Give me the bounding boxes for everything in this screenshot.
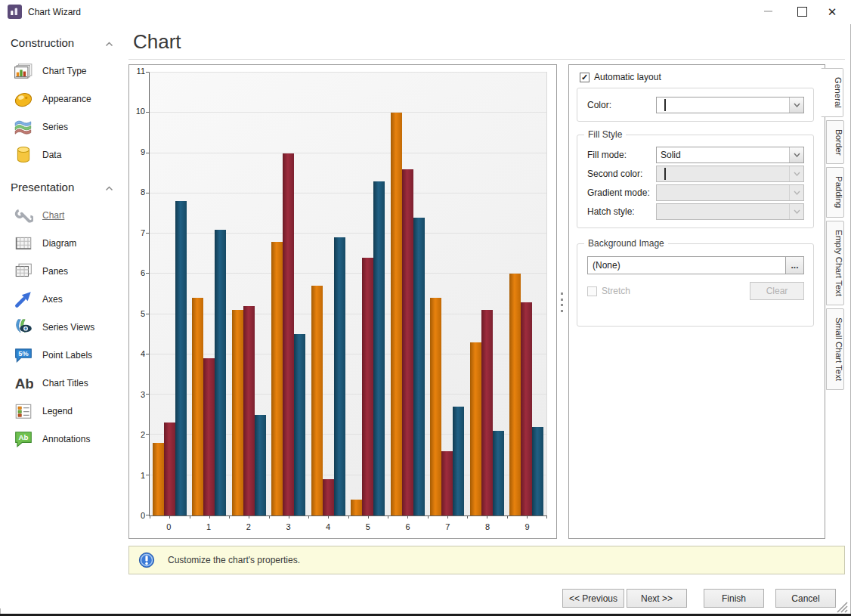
y-axis-tick-label: 5 [129, 310, 145, 318]
bar-group-6 [388, 73, 428, 515]
background-image-path-field[interactable]: (None) [587, 256, 786, 274]
resize-grip[interactable] [835, 600, 848, 613]
bar [164, 423, 175, 515]
sidebar-item-panes[interactable]: Panes [0, 257, 125, 285]
sidebar-item-label: Chart Type [42, 66, 86, 76]
sidebar-item-diagram[interactable]: Diagram [0, 229, 125, 257]
sidebar-item-label: Chart [42, 210, 64, 221]
chart-titles-icon: Ab [13, 373, 33, 393]
second-color-dropdown [656, 166, 804, 182]
sidebar-section-presentation[interactable]: Presentation [0, 169, 125, 201]
chart-properties-panel: ✓ Automatic layout Color: Fill Style Fil… [568, 64, 825, 539]
chevron-up-icon [105, 36, 113, 49]
y-axis-tick-label: 4 [129, 350, 145, 358]
bar [232, 310, 243, 515]
sidebar-item-series[interactable]: Series [0, 113, 125, 141]
sidebar-item-label: Chart Titles [42, 378, 88, 388]
close-icon[interactable]: ✕ [817, 0, 847, 23]
y-axis-tick [146, 475, 149, 475]
maximize-icon[interactable] [787, 0, 817, 23]
legend-icon [13, 401, 33, 421]
series-icon [13, 116, 33, 137]
bar-group-5 [348, 73, 388, 515]
tab-general[interactable]: General [821, 68, 843, 117]
sidebar-item-series-views[interactable]: Series Views [0, 313, 125, 341]
fill-mode-dropdown[interactable]: Solid [656, 147, 804, 163]
y-axis-tick [146, 72, 149, 73]
sidebar-item-legend[interactable]: Legend [0, 397, 125, 425]
browse-button[interactable]: ... [785, 256, 804, 274]
y-axis-tick [146, 273, 149, 274]
hatch-style-label: Hatch style: [587, 206, 656, 217]
bar [391, 113, 402, 515]
axes-icon [13, 289, 33, 309]
page-title: Chart [133, 30, 181, 54]
clear-button: Clear [750, 282, 804, 300]
svg-text:Ab: Ab [14, 375, 32, 391]
bar [334, 237, 345, 515]
y-axis-tick-label: 7 [129, 229, 145, 237]
sidebar-item-label: Series [42, 122, 68, 132]
sidebar-item-label: Series Views [42, 322, 94, 333]
bar [243, 306, 255, 515]
y-axis-tick [146, 193, 149, 193]
bar [294, 334, 305, 515]
sidebar-item-appearance[interactable]: Appearance [0, 85, 125, 113]
hatch-style-dropdown [656, 203, 804, 220]
bar-group-9 [507, 73, 547, 515]
background-image-path-value: (None) [593, 260, 620, 271]
color-dropdown[interactable] [656, 97, 804, 113]
bar-group-0 [150, 73, 190, 515]
sidebar-section-construction[interactable]: Construction [0, 24, 125, 57]
bar-group-8 [467, 73, 507, 515]
sidebar-item-chart[interactable]: Chart [0, 201, 125, 229]
bar [362, 258, 373, 515]
sidebar-item-chart-type[interactable]: Chart Type [0, 57, 125, 85]
y-axis-tick [146, 112, 149, 113]
panel-splitter-handle[interactable] [561, 293, 564, 312]
tab-small-chart-text[interactable]: Small Chart Text [826, 308, 844, 390]
heading-divider [128, 59, 845, 60]
y-axis-tick [146, 153, 149, 153]
sidebar-item-point-labels[interactable]: 5%Point Labels [0, 341, 125, 369]
y-axis-tick-label: 3 [129, 391, 145, 399]
series-views-icon [13, 317, 33, 337]
section-label: Construction [11, 36, 74, 49]
info-icon [138, 552, 155, 568]
fill-style-title: Fill Style [584, 129, 626, 140]
x-axis-tick-label: 9 [525, 522, 530, 531]
bar-group-4 [308, 73, 348, 515]
bar [481, 310, 493, 515]
sidebar-item-annotations[interactable]: AbAnnotations [0, 425, 125, 453]
y-axis-tick [146, 394, 149, 395]
sidebar-item-data[interactable]: Data [0, 141, 125, 169]
cancel-button[interactable]: Cancel [775, 589, 836, 608]
sidebar-item-axes[interactable]: Axes [0, 285, 125, 313]
bar [351, 500, 362, 515]
finish-button[interactable]: Finish [704, 589, 764, 608]
tab-border[interactable]: Border [826, 120, 844, 165]
bar [255, 415, 266, 515]
previous-button[interactable]: << Previous [562, 589, 624, 608]
next-button[interactable]: Next >> [627, 589, 687, 608]
x-axis-labels: 0123456789 [149, 522, 547, 534]
bar [521, 302, 532, 515]
sidebar-item-chart-titles[interactable]: AbChart Titles [0, 369, 125, 397]
bar [215, 230, 226, 515]
sidebar-item-label: Legend [42, 406, 73, 416]
minimize-icon[interactable] [753, 0, 783, 23]
gradient-mode-label: Gradient mode: [587, 187, 656, 198]
tab-padding[interactable]: Padding [826, 167, 844, 217]
x-axis-tick [428, 515, 429, 518]
annotations-icon: Ab [13, 429, 33, 449]
stretch-label: Stretch [602, 286, 630, 296]
y-axis-tick-label: 1 [129, 472, 145, 480]
automatic-layout-checkbox[interactable]: ✓ Automatic layout [580, 72, 661, 82]
chart-preview-panel: 01234567891011 0123456789 [128, 64, 557, 539]
data-icon [13, 144, 33, 165]
x-axis-tick [249, 515, 249, 518]
tab-empty-chart-text[interactable]: Empty Chart Text [826, 221, 844, 305]
x-axis-tick-label: 3 [286, 522, 290, 531]
svg-text:5%: 5% [18, 349, 28, 357]
x-axis-tick [527, 515, 528, 518]
